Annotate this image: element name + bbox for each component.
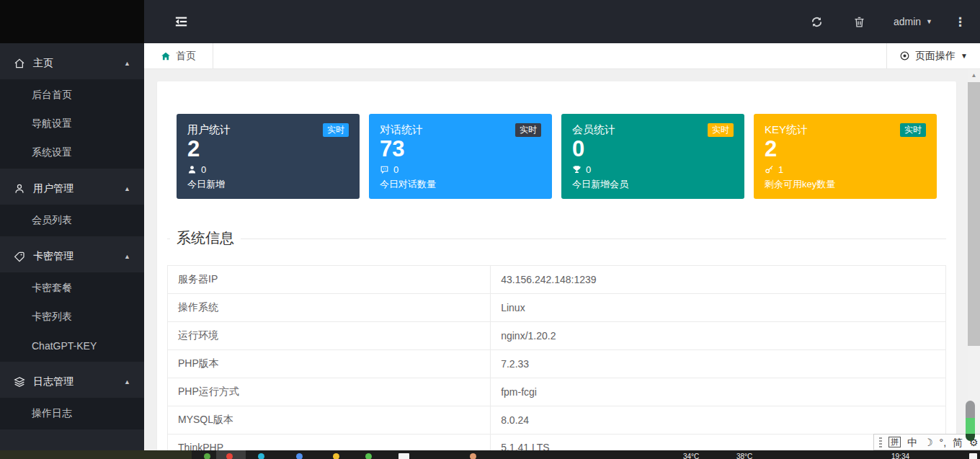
ime-fullhalf-toggle[interactable]: ☽ bbox=[924, 437, 933, 447]
taskbar-weather-temp2: 38°C bbox=[736, 453, 752, 459]
sidebar-item-member-list[interactable]: 会员列表 bbox=[0, 206, 144, 235]
layers-icon bbox=[14, 376, 25, 388]
body-row: 主页 ▲ 后台首页 导航设置 系统设置 用户管理 ▲ 会员列表 bbox=[0, 43, 980, 450]
table-row: 操作系统 Linux bbox=[168, 294, 946, 322]
ime-grip-handle[interactable] bbox=[879, 437, 882, 447]
admin-username: admin bbox=[894, 16, 921, 27]
taskbar-app-icon[interactable] bbox=[204, 453, 210, 459]
taskbar-show-desktop[interactable] bbox=[969, 453, 977, 459]
scroll-up-arrow[interactable]: ▲ bbox=[968, 69, 980, 81]
breadcrumb-bar: 首页 页面操作 ▼ bbox=[144, 43, 980, 69]
taskbar-app-icon[interactable] bbox=[226, 453, 233, 459]
realtime-badge: 实时 bbox=[708, 123, 734, 137]
clear-cache-button[interactable] bbox=[838, 0, 881, 43]
sidebar-item-card-mgmt[interactable]: 卡密管理 ▲ bbox=[0, 240, 144, 272]
info-label: PHP运行方式 bbox=[168, 378, 491, 406]
taskbar-app-icon[interactable] bbox=[470, 453, 476, 459]
stat-card-members: 会员统计 实时 0 0 今日新增会员 bbox=[561, 114, 744, 199]
vertical-scrollbar[interactable]: ▲ ▼ bbox=[968, 69, 980, 450]
sidebar-item-backend-home[interactable]: 后台首页 bbox=[0, 81, 144, 110]
info-label: PHP版本 bbox=[168, 350, 491, 378]
sidebar-item-card-plans[interactable]: 卡密套餐 bbox=[0, 274, 144, 303]
sidebar-item-operation-log[interactable]: 操作日志 bbox=[0, 399, 144, 428]
windows-taskbar[interactable]: 34°C 38°C 19:34 bbox=[0, 450, 980, 459]
sidebar-nav: 主页 ▲ 后台首页 导航设置 系统设置 用户管理 ▲ 会员列表 bbox=[0, 43, 144, 450]
target-icon bbox=[899, 50, 910, 61]
sidebar-submenu-log-mgmt: 操作日志 bbox=[0, 398, 144, 429]
sidebar-item-label: 主页 bbox=[33, 57, 53, 70]
taskbar-left-region bbox=[0, 450, 192, 459]
sidebar-item-label: 卡密管理 bbox=[33, 250, 74, 263]
system-info-table: 服务器IP 43.156.242.148:1239 操作系统 Linux 运行环… bbox=[167, 265, 946, 450]
sidebar-item-label: 用户管理 bbox=[33, 182, 74, 195]
sidebar-item-nav-settings[interactable]: 导航设置 bbox=[0, 110, 144, 138]
chevron-up-icon: ▲ bbox=[124, 60, 130, 67]
card-label: 剩余可用key数量 bbox=[765, 178, 926, 191]
realtime-badge: 实时 bbox=[515, 123, 541, 137]
home-icon bbox=[161, 51, 171, 61]
taskbar-app-icon[interactable] bbox=[258, 453, 264, 459]
sidebar-submenu-user-mgmt: 会员列表 bbox=[0, 205, 144, 236]
taskbar-weather-temp: 34°C bbox=[683, 453, 699, 459]
card-sub-value: 1 bbox=[778, 164, 783, 175]
sidebar-fold-button[interactable] bbox=[175, 17, 187, 27]
dialogue-icon bbox=[380, 165, 389, 174]
taskbar-clock[interactable]: 19:34 bbox=[891, 453, 909, 459]
card-label: 今日新增 bbox=[187, 178, 349, 191]
sidebar-item-home[interactable]: 主页 ▲ bbox=[0, 47, 144, 79]
card-value: 73 bbox=[380, 138, 541, 161]
card-title: KEY统计 bbox=[765, 123, 808, 137]
scrollbar-thumb[interactable] bbox=[968, 82, 980, 346]
info-label: ThinkPHP bbox=[168, 435, 491, 451]
page-actions-dropdown[interactable]: 页面操作 ▼ bbox=[886, 43, 980, 68]
chevron-up-icon: ▲ bbox=[124, 378, 130, 386]
card-value: 0 bbox=[572, 138, 734, 161]
ime-pinyin-toggle[interactable]: 拼 bbox=[888, 437, 901, 447]
more-options-button[interactable]: ⋮ bbox=[945, 14, 980, 30]
navbar-actions: admin ▼ ⋮ bbox=[796, 0, 980, 43]
refresh-button[interactable] bbox=[796, 0, 838, 43]
card-label: 今日对话数量 bbox=[380, 178, 541, 191]
tab-home[interactable]: 首页 bbox=[144, 43, 213, 68]
ime-punctuation-toggle[interactable]: °, bbox=[940, 437, 947, 447]
sidebar-item-card-list[interactable]: 卡密列表 bbox=[0, 303, 144, 331]
ime-toolbar[interactable]: 拼 中 ☽ °, 简 ⚙ ▾ bbox=[873, 434, 980, 450]
info-label: 服务器IP bbox=[168, 266, 491, 294]
card-label: 今日新增会员 bbox=[572, 178, 734, 191]
table-row: ThinkPHP 5.1.41 LTS bbox=[168, 435, 946, 451]
info-value: nginx/1.20.2 bbox=[491, 322, 946, 350]
dashboard-panel: 用户统计 实时 2 0 今日新增 bbox=[157, 81, 956, 450]
sidebar-item-user-mgmt[interactable]: 用户管理 ▲ bbox=[0, 172, 144, 205]
realtime-badge: 实时 bbox=[900, 123, 926, 137]
sidebar-item-chatgpt-key[interactable]: ChatGPT-KEY bbox=[0, 331, 144, 360]
ime-language-toggle[interactable]: 中 bbox=[907, 437, 917, 447]
stat-cards-row: 用户统计 实时 2 0 今日新增 bbox=[177, 114, 937, 199]
section-title: 系统信息 bbox=[170, 228, 241, 248]
card-value: 2 bbox=[187, 138, 349, 161]
table-row: 运行环境 nginx/1.20.2 bbox=[168, 322, 946, 350]
info-value: 8.0.24 bbox=[491, 406, 946, 435]
trophy-icon bbox=[572, 165, 582, 174]
sidebar-item-log-mgmt[interactable]: 日志管理 ▲ bbox=[0, 365, 144, 398]
info-label: 操作系统 bbox=[168, 294, 491, 322]
card-title: 用户统计 bbox=[187, 123, 231, 137]
chevron-up-icon: ▲ bbox=[124, 253, 130, 260]
home-icon bbox=[14, 58, 25, 69]
chevron-down-icon: ▼ bbox=[926, 18, 932, 25]
taskbar-app-icon[interactable] bbox=[365, 453, 372, 459]
admin-user-dropdown[interactable]: admin ▼ bbox=[881, 0, 945, 43]
taskbar-app-icon[interactable] bbox=[333, 453, 339, 459]
navbar: admin ▼ ⋮ bbox=[144, 0, 980, 43]
taskbar-app-icon[interactable] bbox=[296, 453, 303, 459]
realtime-badge: 实时 bbox=[323, 123, 349, 137]
sidebar-submenu-home: 后台首页 导航设置 系统设置 bbox=[0, 79, 144, 169]
top-navbar: admin ▼ ⋮ bbox=[0, 0, 980, 43]
taskbar-app-icon[interactable] bbox=[398, 453, 409, 459]
sidebar-item-system-settings[interactable]: 系统设置 bbox=[0, 138, 144, 167]
logo-area bbox=[0, 0, 144, 43]
key-icon bbox=[765, 165, 774, 174]
trash-icon bbox=[853, 16, 865, 28]
scroll-indicator-widget[interactable] bbox=[966, 401, 975, 441]
ime-simplified-toggle[interactable]: 简 bbox=[953, 437, 963, 447]
table-row: PHP版本 7.2.33 bbox=[168, 350, 946, 378]
